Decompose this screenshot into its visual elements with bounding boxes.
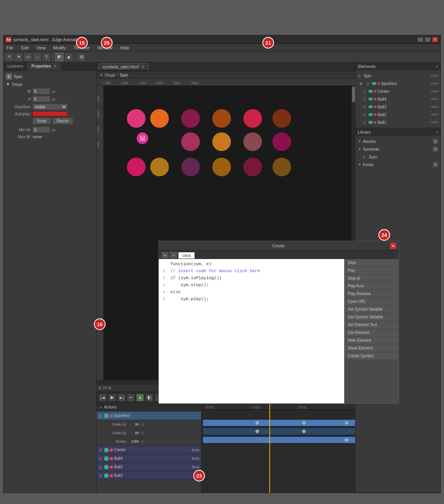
maximize-button[interactable]: □ <box>425 37 431 42</box>
el-row-ball2[interactable]: {} Ball2 <div> <box>356 111 441 118</box>
resize-button[interactable]: Resize <box>52 118 73 124</box>
el-row-ball3[interactable]: {} Ball3 <div> <box>356 103 441 111</box>
track-row-ball3[interactable]: {} Ball3 Back <box>97 463 201 471</box>
code-remove-trigger-button[interactable]: − <box>170 252 177 259</box>
el-dot-center[interactable] <box>374 90 376 92</box>
el-row-spin[interactable]: ⊛ Spin <div> <box>356 72 441 80</box>
action-play-button[interactable]: Play <box>345 267 399 275</box>
tool-text[interactable]: T <box>42 53 51 61</box>
track-visibility-spinrect[interactable] <box>104 414 109 418</box>
track-row-ball2[interactable]: {} Ball2 <box>97 471 201 480</box>
el-dot-ball1[interactable] <box>374 121 376 123</box>
action-createsymbol-button[interactable]: Create Symbol <box>345 352 399 360</box>
el-dot-spinrect[interactable] <box>378 82 380 85</box>
menu-help[interactable]: Help <box>119 45 131 50</box>
action-stop-button[interactable]: Stop <box>345 259 399 267</box>
tab-properties[interactable]: Properties ✕ <box>28 63 61 71</box>
code-tab-click[interactable]: click <box>178 252 195 259</box>
track-visibility-ball2[interactable] <box>104 473 109 478</box>
tool-transform[interactable]: ✦ <box>14 53 23 61</box>
autoplay-bar[interactable] <box>33 111 68 116</box>
tool-stroke[interactable]: ■ <box>64 53 73 61</box>
el-dot-ball4[interactable] <box>374 98 376 100</box>
action-openurl-button[interactable]: Open URL <box>345 298 399 306</box>
track-record-ball2[interactable] <box>110 474 113 477</box>
menu-modify[interactable]: Modify <box>52 45 67 50</box>
action-hideelement-button[interactable]: Hide Element <box>345 337 399 344</box>
track-record-spinrect[interactable] <box>110 414 113 417</box>
minimize-button[interactable]: ─ <box>417 37 423 42</box>
scale-button[interactable]: Scale <box>33 118 51 124</box>
el-eye-ball1[interactable] <box>368 121 373 124</box>
tl-forward-button[interactable]: ►| <box>118 394 125 401</box>
menu-edit[interactable]: Edit <box>20 45 30 50</box>
lib-arrow-assets[interactable]: ▼ <box>358 139 361 143</box>
tool-grid[interactable]: ⊞ <box>77 53 86 61</box>
breadcrumb-stage[interactable]: Stage <box>104 73 116 77</box>
breadcrumb-spin[interactable]: Spin <box>120 73 128 77</box>
height-input[interactable] <box>33 96 50 102</box>
action-playreverse-button[interactable]: Play Reverse <box>345 290 399 298</box>
menu-view[interactable]: View <box>35 45 47 50</box>
action-getsymbolvar-button[interactable]: Get Symbol Variable <box>345 313 399 321</box>
overflow-select[interactable]: visible hidden scroll <box>33 104 68 110</box>
timeline-playhead[interactable] <box>269 403 270 493</box>
tl-undo-button[interactable]: ↩ <box>127 394 135 401</box>
track-row-ball4[interactable]: {} Ball4 Back <box>97 454 201 463</box>
minw-input[interactable] <box>33 127 50 133</box>
library-menu-icon[interactable]: ≡ <box>436 130 438 134</box>
properties-tab-close[interactable]: ✕ <box>54 64 57 68</box>
lib-row-assets[interactable]: ▼ Assets + <box>356 137 441 145</box>
width-input[interactable] <box>33 88 50 94</box>
el-row-spinrect[interactable]: ▶ {} SpinRect <div> <box>356 80 441 87</box>
el-eye-center[interactable] <box>368 90 373 93</box>
stage-tab-main[interactable]: symbols_start.html* ✕ <box>98 63 149 70</box>
breadcrumb-back-icon[interactable]: ◄ <box>99 73 103 77</box>
el-row-center[interactable]: {} Center <div> <box>356 87 441 95</box>
track-diamond-rotate[interactable]: ◇ <box>140 439 145 444</box>
el-row-ball1[interactable]: {} Ball1 <div> <box>356 118 441 126</box>
action-stopat-button[interactable]: Stop at <box>345 275 399 282</box>
track-diamond-scaley[interactable]: ◇ <box>140 431 145 435</box>
tool-fill[interactable]: ◩ <box>55 53 64 61</box>
action-getelement-button[interactable]: Get Element <box>345 329 399 337</box>
el-dot-ball2[interactable] <box>374 113 376 116</box>
lib-row-spin[interactable]: ⊛ Spin <box>356 153 441 161</box>
lib-arrow-symbols[interactable]: ▼ <box>358 147 361 151</box>
code-add-trigger-button[interactable]: + <box>161 252 169 259</box>
close-button[interactable]: ✕ <box>432 37 438 42</box>
stage-group-title[interactable]: ▼ Stage <box>6 82 94 87</box>
tab-lessons[interactable]: Lessons <box>3 63 28 71</box>
track-row-spinrect[interactable]: {} SpinRect <box>97 412 201 420</box>
menu-file[interactable]: File <box>5 45 15 50</box>
code-editor[interactable]: function(sym, e) 1 // insert code for mo… <box>159 259 344 403</box>
tl-snap-button[interactable]: ◧ <box>146 394 153 401</box>
tl-record-button[interactable]: ● <box>136 394 144 401</box>
lib-row-symbols[interactable]: ▼ Symbols + <box>356 145 441 153</box>
el-eye-ball4[interactable] <box>368 97 373 101</box>
el-eye-ball2[interactable] <box>368 113 373 116</box>
track-visibility-center[interactable] <box>104 448 109 452</box>
stage-tab-close-icon[interactable]: ✕ <box>141 65 144 69</box>
track-row-center[interactable]: {} Center Back <box>97 446 201 454</box>
action-setelementtext-button[interactable]: Set Element Text <box>345 321 399 329</box>
action-showelement-button[interactable]: Show Element <box>345 344 399 352</box>
lib-row-fonts[interactable]: ▼ Fonts + <box>356 161 441 169</box>
el-expand-spinrect[interactable]: ▶ <box>359 81 364 86</box>
tool-ellipse[interactable]: ○ <box>33 53 42 61</box>
tl-rewind-button[interactable]: |◄ <box>99 394 107 401</box>
el-eye-ball3[interactable] <box>368 105 373 108</box>
track-record-center[interactable] <box>110 448 113 452</box>
lib-add-assets-button[interactable]: + <box>433 139 438 144</box>
lib-add-fonts-button[interactable]: + <box>433 162 438 167</box>
spin-section-title[interactable]: ⊛ Spin <box>6 73 94 80</box>
action-playfrom-button[interactable]: Play from <box>345 282 399 290</box>
el-row-ball4[interactable]: {} Ball4 <div> <box>356 95 441 103</box>
action-setsymbolvar-button[interactable]: Set Symbol Variable <box>345 306 399 313</box>
el-dot-ball3[interactable] <box>374 106 376 108</box>
track-visibility-ball4[interactable] <box>104 456 109 461</box>
lib-add-symbols-button[interactable]: + <box>433 146 438 152</box>
track-diamond-scalex[interactable]: ◇ <box>140 422 145 427</box>
lib-arrow-fonts[interactable]: ▼ <box>358 163 361 167</box>
track-record-ball3[interactable] <box>110 466 113 469</box>
